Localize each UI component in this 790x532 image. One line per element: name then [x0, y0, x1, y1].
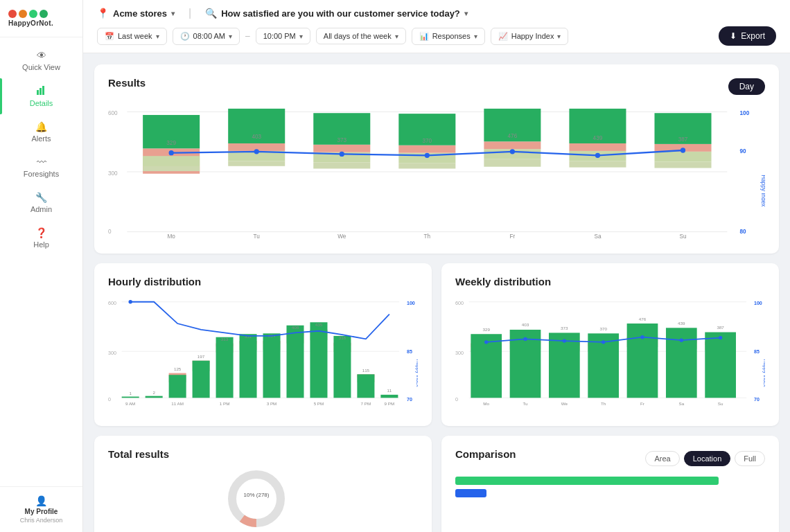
sidebar-nav: 👁 Quick View Details 🔔 Alerts 〰 Foresigh… — [0, 37, 82, 486]
svg-rect-148 — [666, 328, 697, 398]
hourly-card: Hourly distribution 600 300 0 1 — [94, 263, 432, 426]
svg-rect-95 — [333, 336, 351, 398]
full-button[interactable]: Full — [735, 451, 765, 466]
donut-svg: 10% (278) — [222, 468, 305, 530]
total-results-card: Total results 10% (278) — [94, 436, 432, 532]
svg-rect-46 — [654, 152, 711, 162]
sidebar-item-label-admin: Admin — [30, 205, 52, 213]
export-icon: ⬇ — [730, 31, 737, 41]
help-icon: ❓ — [35, 227, 47, 238]
time-end-label: 10:00 PM — [263, 32, 296, 40]
responses-filter[interactable]: 📊 Responses ▾ — [412, 28, 485, 45]
svg-text:387: 387 — [678, 136, 688, 143]
svg-text:3 PM: 3 PM — [267, 401, 277, 406]
svg-text:Fr: Fr — [640, 401, 644, 406]
svg-rect-61 — [122, 397, 139, 398]
hourly-line — [130, 302, 389, 339]
sidebar-item-quick-view[interactable]: 👁 Quick View — [0, 43, 82, 78]
alerts-icon: 🔔 — [35, 121, 47, 132]
dot-th — [425, 153, 430, 158]
store-name: Acme stores — [113, 8, 167, 19]
svg-text:439: 439 — [678, 321, 685, 326]
store-chevron: ▾ — [171, 10, 175, 17]
svg-text:197: 197 — [198, 354, 205, 359]
area-button[interactable]: Area — [645, 451, 679, 466]
sidebar-item-details[interactable]: Details — [0, 78, 82, 114]
sidebar-item-label-help: Help — [33, 240, 49, 249]
svg-rect-23 — [313, 145, 370, 152]
sidebar-item-label-details: Details — [30, 99, 53, 107]
svg-text:Sa: Sa — [678, 401, 684, 406]
svg-text:100: 100 — [754, 301, 762, 306]
happy-index-filter[interactable]: 📈 Happy Index ▾ — [491, 28, 569, 45]
sidebar-item-alerts[interactable]: 🔔 Alerts — [0, 114, 82, 150]
comp-bar-2 — [455, 489, 486, 497]
svg-rect-0 — [37, 90, 39, 95]
store-selector[interactable]: 📍 Acme stores ▾ — [97, 8, 175, 19]
results-chart-svg: 600 300 0 329 M — [108, 103, 765, 241]
svg-text:90: 90 — [740, 148, 747, 154]
dot-sa — [595, 153, 600, 158]
question-text: How satisfied are you with our customer … — [221, 8, 460, 19]
svg-rect-83 — [263, 333, 281, 398]
svg-text:403: 403 — [522, 323, 529, 328]
comp-bar-1 — [455, 477, 719, 485]
clock-icon: 🕐 — [180, 32, 190, 41]
svg-text:403: 403 — [252, 134, 261, 140]
sidebar-item-help[interactable]: ❓ Help — [0, 220, 82, 256]
export-label: Export — [741, 31, 765, 41]
svg-rect-99 — [357, 374, 374, 398]
svg-rect-101 — [380, 395, 398, 398]
location-icon: 📍 — [97, 8, 109, 19]
svg-rect-27 — [398, 163, 455, 168]
main-content: 📍 Acme stores ▾ | 🔍 How satisfied are yo… — [83, 0, 790, 532]
responses-chevron: ▾ — [474, 33, 477, 40]
svg-rect-79 — [240, 334, 257, 398]
svg-text:329: 329 — [166, 140, 176, 146]
svg-rect-71 — [193, 361, 210, 398]
profile-area[interactable]: 👤 My Profile Chris Anderson — [6, 495, 77, 524]
content-area: Results Day 600 300 0 — [83, 53, 790, 532]
days-chevron: ▾ — [395, 33, 398, 40]
sidebar-item-foresights[interactable]: 〰 Foresights — [0, 150, 82, 185]
comparison-buttons: Area Location Full — [645, 451, 765, 466]
svg-text:115: 115 — [362, 368, 370, 373]
svg-text:300: 300 — [455, 351, 464, 356]
svg-text:85: 85 — [754, 349, 760, 355]
calendar-icon: 📅 — [105, 32, 114, 41]
svg-rect-35 — [484, 141, 541, 149]
date-range-filter[interactable]: 📅 Last week ▾ — [97, 28, 167, 45]
comparison-card: Comparison Area Location Full — [441, 436, 779, 532]
time-end-filter[interactable]: 10:00 PM ▾ — [256, 28, 310, 44]
svg-text:Tu: Tu — [523, 401, 528, 406]
date-chevron: ▾ — [156, 33, 159, 40]
svg-text:100: 100 — [740, 110, 750, 116]
svg-text:Su: Su — [718, 401, 723, 406]
svg-rect-10 — [143, 156, 200, 166]
svg-text:316: 316 — [339, 335, 346, 340]
location-button[interactable]: Location — [684, 451, 731, 466]
svg-text:5 PM: 5 PM — [314, 401, 324, 406]
sidebar-item-admin[interactable]: 🔧 Admin — [0, 185, 82, 220]
svg-rect-21 — [313, 162, 370, 168]
days-filter[interactable]: All days of the week ▾ — [316, 28, 406, 44]
hourly-chart: 600 300 0 1 2 — [108, 292, 418, 414]
export-button[interactable]: ⬇ Export — [719, 26, 776, 46]
question-selector[interactable]: 🔍 How satisfied are you with our custome… — [205, 8, 468, 19]
day-button[interactable]: Day — [728, 78, 765, 95]
responses-icon: 📊 — [419, 32, 429, 41]
dot-su — [681, 148, 685, 152]
sidebar-bottom: 👤 My Profile Chris Anderson — [0, 486, 82, 532]
svg-text:100: 100 — [407, 301, 415, 306]
svg-text:11: 11 — [387, 388, 392, 393]
time-start-chevron: ▾ — [229, 33, 232, 40]
foresights-icon: 〰 — [37, 157, 46, 168]
time-start-filter[interactable]: 🕐 08:00 AM ▾ — [173, 28, 240, 45]
svg-text:Fr: Fr — [510, 233, 516, 240]
days-label: All days of the week — [324, 32, 392, 40]
happy-index-chevron: ▾ — [557, 33, 561, 40]
svg-text:408: 408 — [292, 325, 299, 330]
svg-rect-29 — [398, 145, 455, 153]
svg-text:0: 0 — [108, 397, 111, 402]
logo-circle-darkgreen — [40, 10, 48, 18]
